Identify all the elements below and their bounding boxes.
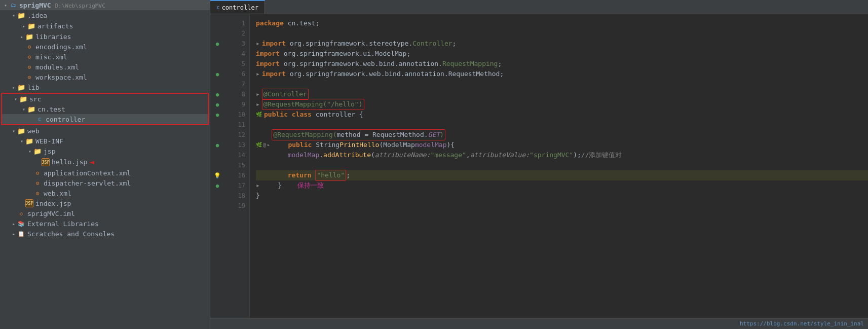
close-class: }: [256, 191, 260, 201]
sidebar-item-indexjsp[interactable]: JSP index.jsp: [0, 198, 210, 208]
linenum-18: 18: [224, 191, 249, 201]
sidebar-item-webinf[interactable]: WEB-INF: [0, 136, 210, 146]
gutter-icon-8: ●: [216, 91, 219, 98]
modelmap-var: modelMap: [288, 150, 320, 160]
sidebar-item-modules[interactable]: ⚙ modules.xml: [0, 62, 210, 72]
web-icon: [17, 127, 25, 135]
sidebar-item-web[interactable]: web: [0, 126, 210, 136]
gutter-icon-17: ●: [216, 182, 219, 189]
webxml-label: web.xml: [44, 190, 71, 197]
sidebar-item-extlib[interactable]: 📚 External Libraries: [0, 218, 210, 229]
gutter-at-13: @: [263, 140, 266, 150]
linenum-7: 7: [224, 79, 249, 89]
sidebar-item-encodings[interactable]: ⚙ encodings.xml: [0, 42, 210, 52]
editor-tabs[interactable]: c controller: [210, 0, 868, 14]
gutter-7: [210, 79, 224, 89]
sidebar-item-idea[interactable]: .idea: [0, 10, 210, 20]
code-line-7: [256, 79, 868, 89]
gutter-2: [210, 28, 224, 39]
rm-value-9: ": [327, 100, 331, 108]
public-10: public: [264, 109, 288, 120]
sidebar-item-lib[interactable]: lib: [0, 82, 210, 92]
rm-close-9: "): [355, 100, 363, 108]
method-eq: method = RequestMethod.: [337, 131, 428, 138]
hellojsp-icon: JSP: [42, 158, 50, 166]
gutter-icons: ● ● ● ● ● ● 💡 ●: [210, 14, 224, 318]
controller-arrow: [28, 116, 35, 123]
tab-icon: c: [216, 4, 220, 11]
sidebar-item-controller[interactable]: c controller: [2, 114, 208, 124]
linenum-8: 8: [224, 89, 249, 99]
code-content[interactable]: package cn.test; ▸ import org.springfram…: [250, 14, 868, 318]
line-numbers: 1 2 3 4 5 6 7 8 9 10 11 12 13 14 15 16 1…: [224, 14, 250, 318]
tab-controller[interactable]: c controller: [210, 0, 265, 14]
scratches-icon: 📋: [17, 230, 25, 238]
gutter-17: ●: [210, 180, 224, 191]
rm-str-9: /hello: [331, 100, 355, 108]
comma-14: ,: [466, 150, 470, 160]
code-area[interactable]: ● ● ● ● ● ● 💡 ●: [210, 14, 868, 318]
hellojsp-arrow: [34, 159, 42, 166]
code-line-17: ▸ } 保持一致: [256, 180, 868, 191]
import-kw-6: import: [262, 69, 286, 79]
linenum-11: 11: [224, 120, 249, 130]
close-method: }: [278, 180, 282, 191]
gutter-3: ●: [210, 39, 224, 49]
workspace-icon: ⚙: [25, 73, 33, 81]
method-addattr: addAttribute: [323, 150, 371, 160]
gutter-12: [210, 130, 224, 140]
sidebar-item-libraries[interactable]: libraries: [0, 31, 210, 42]
classname-10: controller {: [316, 109, 363, 120]
fold-icon-3: ▸: [256, 39, 260, 49]
lib-label: lib: [27, 84, 39, 91]
indexjsp-label: index.jsp: [35, 200, 71, 207]
dispatcher-icon: ⚙: [33, 179, 42, 187]
dispatcher-label: dispatcher-servlet.xml: [44, 179, 131, 187]
linenum-2: 2: [224, 28, 249, 39]
misc-icon: ⚙: [25, 53, 33, 61]
artifacts-highlight-box: artifacts: [2, 21, 208, 31]
sidebar-item-webxml[interactable]: ⚙ web.xml: [0, 188, 210, 198]
indexjsp-icon: JSP: [25, 199, 33, 207]
gutter-5: [210, 59, 224, 69]
jsp-icon: [33, 147, 42, 155]
src-arrow: [12, 95, 19, 102]
sidebar-item-scratches[interactable]: 📋 Scratches and Consoles: [0, 229, 210, 239]
sidebar-item-cntest[interactable]: cn.test: [2, 104, 208, 114]
misc-label: misc.xml: [35, 53, 67, 61]
cntest-label: cn.test: [37, 105, 65, 113]
sidebar-item-artifacts[interactable]: artifacts: [2, 21, 208, 31]
linenum-16: 16: [224, 170, 249, 180]
sidebar-item-src[interactable]: src: [2, 94, 208, 104]
workspace-arrow: [18, 74, 25, 81]
webinf-label: WEB-INF: [35, 137, 63, 145]
dot-add: .: [319, 150, 323, 160]
comment-14: //添加键值对: [581, 150, 622, 160]
jsp-arrow: [26, 148, 33, 155]
src-icon: [19, 95, 27, 103]
iml-arrow: [10, 210, 17, 217]
code-line-15: [256, 160, 868, 170]
sidebar-item-workspace[interactable]: ⚙ workspace.xml: [0, 72, 210, 82]
encodings-arrow: [18, 43, 25, 50]
project-arrow: [2, 2, 9, 9]
import-path-5a: org.springframework.web.bind.annotation.: [284, 59, 442, 69]
gutter-6: ●: [210, 69, 224, 79]
sidebar-item-jsp[interactable]: jsp: [0, 146, 210, 156]
artifacts-icon: [27, 22, 35, 30]
hello-str: "hello": [317, 171, 345, 179]
libraries-icon: [25, 32, 33, 41]
sidebar-item-misc[interactable]: ⚙ misc.xml: [0, 52, 210, 62]
sidebar-item-appctx[interactable]: ⚙ applicationContext.xml: [0, 168, 210, 178]
web-label: web: [27, 127, 39, 135]
sidebar-item-dispatcher[interactable]: ⚙ dispatcher-servlet.xml: [0, 178, 210, 188]
appctx-icon: ⚙: [33, 169, 42, 177]
sidebar-item-sprigmvc-iml[interactable]: ◇ sprigMVC.iml: [0, 208, 210, 218]
dispatcher-arrow: [26, 179, 33, 187]
project-sidebar[interactable]: 🗂 sprigMVC D:\Web\sprigMVC .idea artifac…: [0, 0, 210, 329]
cntest-icon: [27, 105, 35, 113]
import-kw-3: import: [262, 39, 286, 49]
sidebar-item-hellojsp[interactable]: JSP hello.jsp ◄: [0, 156, 210, 168]
linenum-17: 17: [224, 180, 249, 191]
project-root[interactable]: 🗂 sprigMVC D:\Web\sprigMVC: [0, 0, 210, 10]
